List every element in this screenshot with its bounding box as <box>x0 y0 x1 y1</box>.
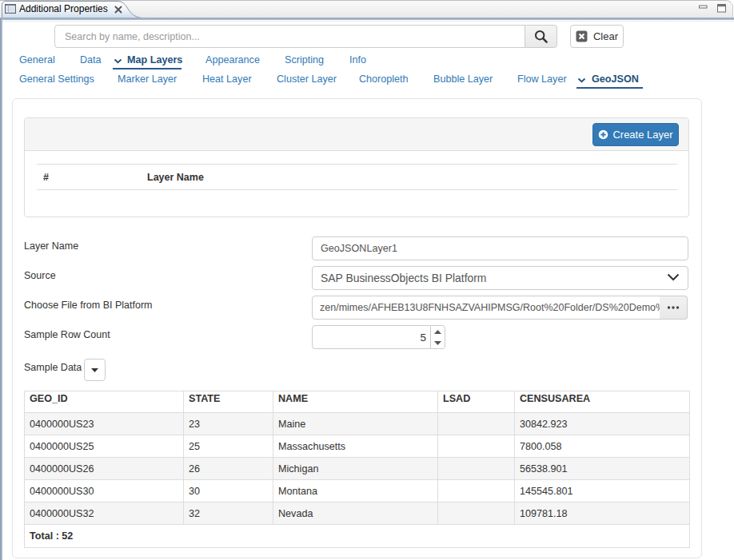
source-select[interactable]: SAP BusinessObjects BI Platform <box>312 266 688 290</box>
tab-general[interactable]: General <box>19 54 55 66</box>
cell: 23 <box>184 413 273 435</box>
close-icon[interactable] <box>114 6 122 14</box>
maximize-icon[interactable] <box>717 4 727 14</box>
table-row: 0400000US32 32 Nevada 109781.18 <box>25 502 690 525</box>
cell: Nevada <box>273 502 438 525</box>
cell: 0400000US32 <box>25 502 184 525</box>
cell: Maine <box>273 413 438 435</box>
layers-table: # Layer Name <box>37 164 677 190</box>
table-total-row: Total : 52 <box>25 525 690 548</box>
cell: 0400000US30 <box>25 480 184 502</box>
cell: 56538.901 <box>515 458 690 480</box>
layers-col-name: Layer Name <box>142 172 204 183</box>
search-icon <box>534 30 549 44</box>
tabbar-bottom-line <box>0 21 734 22</box>
cell <box>438 458 515 480</box>
tab-map-layers-underline <box>113 68 182 70</box>
create-layer-button[interactable]: Create Layer <box>592 123 679 146</box>
table-row: 0400000US23 23 Maine 30842.923 <box>25 413 690 435</box>
subtab-geojson-underline <box>576 87 643 89</box>
table-row: 0400000US26 26 Michigan 56538.901 <box>25 458 690 480</box>
sample-data-dropdown-button[interactable] <box>84 359 106 381</box>
source-select-value: SAP BusinessObjects BI Platform <box>321 272 486 284</box>
sample-row-count-label: Sample Row Count <box>24 329 110 340</box>
total-label: Total : 52 <box>25 525 690 548</box>
search-input[interactable] <box>54 25 525 48</box>
cell <box>438 480 515 502</box>
clear-button[interactable]: Clear <box>570 25 624 48</box>
tab-data[interactable]: Data <box>80 54 102 66</box>
cell: 7800.058 <box>515 435 690 458</box>
cell: 25 <box>184 435 273 458</box>
cell: 26 <box>184 458 273 480</box>
layers-toolbar <box>25 118 688 151</box>
subtab-heat-layer[interactable]: Heat Layer <box>202 73 252 85</box>
cell <box>438 435 515 458</box>
table-row: 0400000US30 30 Montana 145545.801 <box>25 480 690 502</box>
clear-button-label: Clear <box>593 30 618 42</box>
chevron-down-icon <box>577 77 586 83</box>
col-lsad: LSAD <box>438 391 515 413</box>
cell: 109781.18 <box>515 502 690 525</box>
subtab-geojson[interactable]: GeoJSON <box>592 73 639 85</box>
minimize-icon[interactable] <box>699 4 708 14</box>
subtab-general-settings[interactable]: General Settings <box>19 73 94 85</box>
source-label: Source <box>24 270 56 281</box>
file-label: Choose File from BI Platform <box>24 300 152 311</box>
select-chevron-down-icon <box>667 273 680 281</box>
cell: 145545.801 <box>515 480 690 502</box>
plus-circle-icon <box>598 129 608 140</box>
cell: 0400000US26 <box>25 458 184 480</box>
col-name: NAME <box>273 391 438 413</box>
additional-properties-window: Additional Properties Clear General Data <box>0 0 734 560</box>
tab-info[interactable]: Info <box>349 54 366 66</box>
properties-view-icon <box>5 4 16 14</box>
view-tab-title: Additional Properties <box>19 0 108 18</box>
layer-name-input[interactable] <box>312 236 688 260</box>
spinner-down-button[interactable] <box>431 337 445 348</box>
search-button[interactable] <box>525 25 557 48</box>
sample-row-count-input[interactable] <box>312 325 432 349</box>
layer-name-label: Layer Name <box>24 240 78 252</box>
cell: Michigan <box>273 458 438 480</box>
table-row: 0400000US25 25 Massachusetts 7800.058 <box>25 435 690 458</box>
layers-box: Create Layer # Layer Name <box>24 117 689 217</box>
subtab-marker-layer[interactable]: Marker Layer <box>118 73 177 85</box>
browse-button[interactable] <box>660 296 688 320</box>
tab-map-layers[interactable]: Map Layers <box>127 54 182 66</box>
ellipsis-icon <box>667 306 680 309</box>
clear-icon <box>576 30 588 42</box>
sample-row-count-spinner[interactable] <box>430 325 445 349</box>
cell: 0400000US25 <box>25 435 184 458</box>
subtab-choropleth[interactable]: Choropleth <box>359 73 409 85</box>
cell: 0400000US23 <box>25 413 184 435</box>
spinner-up-icon <box>434 330 441 334</box>
cell <box>438 502 515 525</box>
create-layer-label: Create Layer <box>612 129 672 141</box>
layers-table-header: # Layer Name <box>37 164 677 190</box>
subtab-flow-layer[interactable]: Flow Layer <box>517 73 567 85</box>
col-state: STATE <box>184 391 273 413</box>
cell: 32 <box>184 502 273 525</box>
subtab-cluster-layer[interactable]: Cluster Layer <box>277 73 337 85</box>
sample-data-table: GEO_ID STATE NAME LSAD CENSUSAREA 040000… <box>24 391 690 548</box>
caret-down-icon <box>91 368 98 372</box>
chevron-down-icon <box>114 58 122 64</box>
tab-appearance[interactable]: Appearance <box>205 54 260 66</box>
window-left-trim <box>0 18 2 560</box>
cell: 30842.923 <box>515 413 690 435</box>
file-input[interactable]: zen/mimes/AFHEB13U8FNHSAZVAHIPMSG/Root%2… <box>312 296 660 320</box>
cell <box>438 413 515 435</box>
cell: Massachusetts <box>273 435 438 458</box>
table-header-row: GEO_ID STATE NAME LSAD CENSUSAREA <box>25 391 690 413</box>
subtab-bubble-layer[interactable]: Bubble Layer <box>433 73 493 85</box>
sample-data-label: Sample Data <box>24 362 82 373</box>
search-group <box>54 25 557 50</box>
cell: Montana <box>273 480 438 502</box>
col-censusarea: CENSUSAREA <box>515 391 690 413</box>
tab-scripting[interactable]: Scripting <box>285 54 324 66</box>
spinner-down-icon <box>434 341 441 345</box>
layers-col-number: # <box>37 172 142 183</box>
file-input-value: zen/mimes/AFHEB13U8FNHSAZVAHIPMSG/Root%2… <box>320 302 660 313</box>
spinner-up-button[interactable] <box>431 326 445 337</box>
